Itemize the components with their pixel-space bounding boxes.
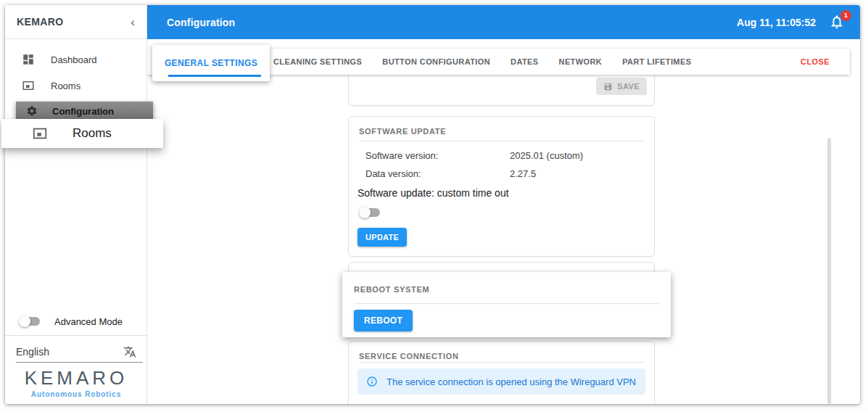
sidebar-item-dashboard[interactable]: Dashboard xyxy=(5,46,147,73)
sidebar-item-label: Dashboard xyxy=(51,54,97,65)
screenshot-root: KEMARO ‹ Dashboard Rooms xyxy=(0,0,868,412)
save-icon xyxy=(603,82,613,91)
card-title: REBOOT SYSTEM xyxy=(354,285,429,294)
card-divider xyxy=(359,141,644,141)
tab-general-settings-active[interactable]: GENERAL SETTINGS xyxy=(152,45,270,81)
translate-icon xyxy=(123,345,136,358)
data-version-row: Data version: 2.27.5 xyxy=(365,168,536,183)
advanced-mode-label: Advanced Mode xyxy=(54,316,123,327)
logo-subtitle: Autonomous Robotics xyxy=(5,390,147,398)
software-update-card: SOFTWARE UPDATE Software version: 2025.0… xyxy=(348,116,655,257)
row-label: Data version: xyxy=(365,168,510,183)
save-button-label: SAVE xyxy=(617,82,640,91)
tab-cleaning-settings[interactable]: CLEANING SETTINGS xyxy=(273,57,362,66)
language-select[interactable]: English xyxy=(5,342,147,361)
update-button[interactable]: UPDATE xyxy=(357,228,407,247)
row-value: 2025.01 (custom) xyxy=(510,150,583,165)
card-title: SOFTWARE UPDATE xyxy=(359,127,446,136)
collapse-sidebar-icon[interactable]: ‹ xyxy=(131,16,135,28)
card-title: SERVICE CONNECTION xyxy=(359,352,459,360)
active-tab-underline xyxy=(168,75,261,77)
row-label: Software version: xyxy=(365,150,510,165)
custom-timeout-toggle[interactable] xyxy=(360,208,380,217)
advanced-mode-toggle[interactable] xyxy=(20,317,40,326)
advanced-mode-row: Advanced Mode xyxy=(5,310,147,332)
software-version-row: Software version: 2025.01 (custom) xyxy=(365,150,583,165)
custom-timeout-label: Software update: custom time out xyxy=(357,187,509,199)
page-title: Configuration xyxy=(167,17,235,28)
rooms-icon xyxy=(32,125,48,141)
service-connection-card: SERVICE CONNECTION The service connectio… xyxy=(348,341,655,404)
active-tab-label: GENERAL SETTINGS xyxy=(165,58,257,68)
sidebar-item-configuration[interactable]: Configuration xyxy=(16,102,153,120)
vertical-scrollbar[interactable] xyxy=(827,138,831,404)
datetime-text: Aug 11, 11:05:52 xyxy=(737,17,816,28)
reboot-highlight-panel: REBOOT SYSTEM REBOOT xyxy=(342,272,671,337)
notification-badge: 1 xyxy=(840,10,851,21)
rooms-overlay-label: Rooms xyxy=(73,126,112,141)
row-value: 2.27.5 xyxy=(510,168,536,183)
sidebar-item-rooms[interactable]: Rooms xyxy=(5,73,147,99)
rooms-icon xyxy=(22,79,35,92)
tab-network[interactable]: NETWORK xyxy=(559,57,603,66)
vpn-info-text: The service connection is opened using t… xyxy=(387,376,636,387)
notifications-button[interactable]: 1 xyxy=(829,14,846,31)
sidebar-item-label: Rooms xyxy=(51,81,80,91)
dashboard-icon xyxy=(22,53,35,66)
kemaro-logo: KEMARO Autonomous Robotics xyxy=(5,367,147,398)
gear-icon xyxy=(26,105,38,117)
tab-dates[interactable]: DATES xyxy=(511,57,538,66)
save-button[interactable]: SAVE xyxy=(596,78,647,95)
sidebar: KEMARO ‹ Dashboard Rooms xyxy=(5,5,147,404)
topbar-right: Aug 11, 11:05:52 1 xyxy=(737,14,846,31)
vpn-info-banner: The service connection is opened using t… xyxy=(357,368,645,395)
card-divider xyxy=(359,362,644,363)
logo-title: KEMARO xyxy=(5,367,147,390)
rooms-drag-overlay[interactable]: Rooms xyxy=(1,119,163,148)
reboot-button[interactable]: REBOOT xyxy=(354,310,413,331)
topbar: Configuration Aug 11, 11:05:52 1 xyxy=(147,5,860,39)
close-button[interactable]: CLOSE xyxy=(801,57,830,66)
card-divider xyxy=(354,303,659,304)
sidebar-item-label: Configuration xyxy=(52,106,114,117)
language-value: English xyxy=(16,346,49,358)
info-icon xyxy=(366,376,378,387)
sidebar-header: KEMARO ‹ xyxy=(5,5,146,39)
sidebar-divider xyxy=(5,335,147,336)
language-underline xyxy=(16,362,143,363)
tab-part-lifetimes[interactable]: PART LIFETIMES xyxy=(622,57,691,66)
tab-button-configuration[interactable]: BUTTON CONFIGURATION xyxy=(382,57,490,66)
app-window: KEMARO ‹ Dashboard Rooms xyxy=(5,5,860,404)
brand-text: KEMARO xyxy=(17,16,64,28)
